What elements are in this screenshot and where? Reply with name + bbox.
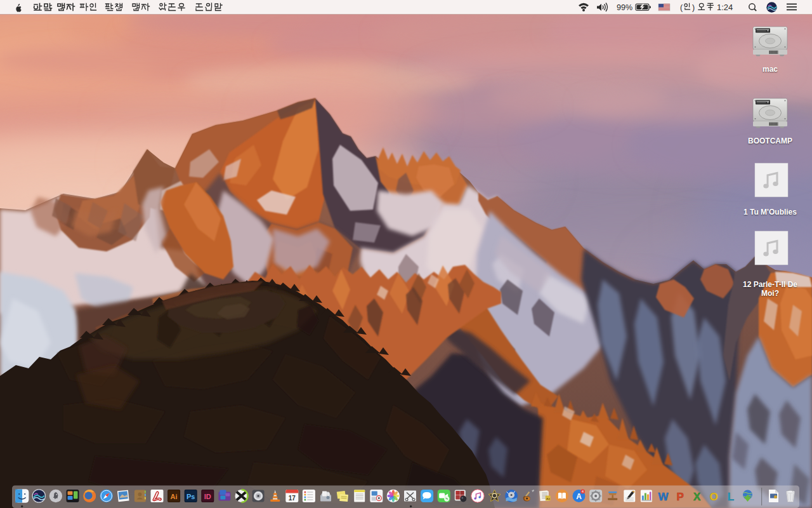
svg-text:): ) [692,3,695,12]
svg-text:P: P [676,491,683,503]
svg-text:O: O [710,491,718,503]
svg-text:ID: ID [204,493,211,500]
svg-text:Ps: Ps [187,493,195,500]
svg-text:BOOTCAMP: BOOTCAMP [748,137,792,145]
svg-text:1:24: 1:24 [717,3,733,12]
svg-text:17: 17 [289,495,296,502]
svg-text:Ai: Ai [171,493,178,500]
svg-text:L: L [728,491,734,503]
svg-text:mac: mac [763,65,778,74]
svg-text:1 Tu M'Oublies: 1 Tu M'Oublies [743,208,797,217]
svg-text:99%: 99% [617,3,632,12]
svg-text:12 Parle-T-Il De: 12 Parle-T-Il De [743,280,797,289]
svg-text:Moi?: Moi? [761,289,779,298]
svg-text:W: W [658,491,669,503]
svg-text:4: 4 [582,490,584,493]
svg-text:A: A [576,492,582,501]
svg-text:X: X [693,491,701,503]
